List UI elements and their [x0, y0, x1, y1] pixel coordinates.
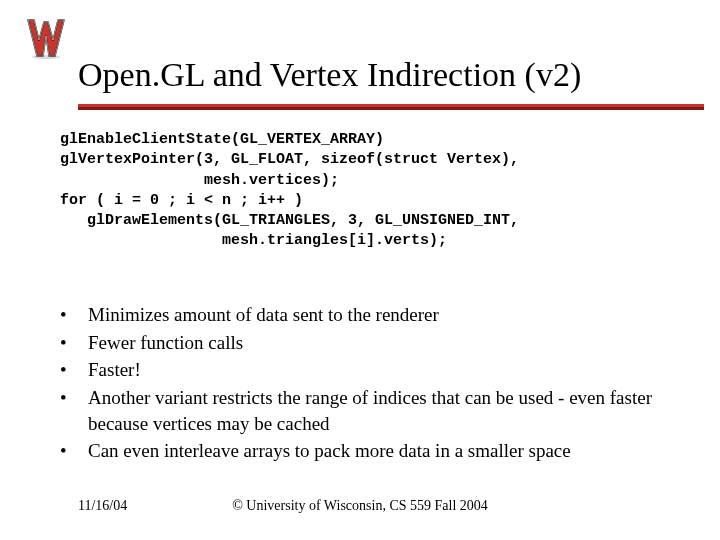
- bullet-item: •Fewer function calls: [58, 330, 670, 356]
- slide-footer: 11/16/04 © University of Wisconsin, CS 5…: [0, 498, 720, 514]
- bullet-text: Another variant restricts the range of i…: [88, 385, 670, 436]
- bullet-dot-icon: •: [58, 302, 88, 328]
- slide-title: Open.GL and Vertex Indirection (v2): [78, 56, 704, 94]
- bullet-item: •Minimizes amount of data sent to the re…: [58, 302, 670, 328]
- bullet-dot-icon: •: [58, 357, 88, 383]
- bullet-item: •Faster!: [58, 357, 670, 383]
- bullet-item: •Another variant restricts the range of …: [58, 385, 670, 436]
- title-rule: [78, 104, 704, 110]
- code-block: glEnableClientState(GL_VERTEX_ARRAY) glV…: [60, 130, 690, 252]
- bullet-text: Minimizes amount of data sent to the ren…: [88, 302, 670, 328]
- bullet-text: Can even interleave arrays to pack more …: [88, 438, 670, 464]
- footer-date: 11/16/04: [78, 498, 127, 514]
- bullet-text: Faster!: [88, 357, 670, 383]
- bullet-item: •Can even interleave arrays to pack more…: [58, 438, 670, 464]
- bullet-dot-icon: •: [58, 438, 88, 464]
- wisconsin-w-logo: [22, 16, 70, 64]
- bullet-text: Fewer function calls: [88, 330, 670, 356]
- bullet-list: •Minimizes amount of data sent to the re…: [58, 302, 670, 466]
- svg-point-0: [32, 55, 60, 59]
- bullet-dot-icon: •: [58, 330, 88, 356]
- bullet-dot-icon: •: [58, 385, 88, 411]
